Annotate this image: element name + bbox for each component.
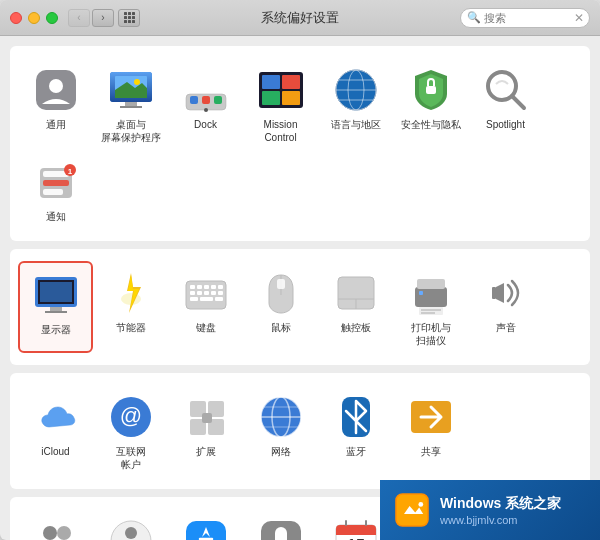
users-icon — [32, 517, 80, 540]
svg-rect-67 — [492, 287, 496, 299]
svg-point-86 — [125, 527, 137, 539]
traffic-lights — [10, 12, 58, 24]
watermark-url: www.bjjmlv.com — [440, 514, 561, 526]
svg-rect-25 — [426, 86, 436, 94]
notifications-label: 通知 — [46, 210, 66, 223]
sharing-icon — [407, 393, 455, 441]
svg-rect-65 — [421, 309, 441, 311]
pref-energy[interactable]: 节能器 — [93, 261, 168, 353]
pref-dock[interactable]: Dock — [168, 58, 243, 150]
svg-rect-17 — [262, 91, 280, 105]
svg-rect-62 — [419, 291, 423, 295]
dock-icon — [182, 66, 230, 114]
pref-internet[interactable]: @ 互联网帐户 — [93, 385, 168, 477]
svg-rect-44 — [197, 285, 202, 289]
pref-security[interactable]: 安全性与隐私 — [393, 58, 468, 150]
mission-label: MissionControl — [264, 118, 298, 144]
pref-icloud[interactable]: iCloud — [18, 385, 93, 477]
svg-rect-39 — [45, 311, 67, 313]
pref-users[interactable]: 用户与群组 — [18, 509, 93, 540]
icloud-label: iCloud — [41, 445, 69, 458]
desktop-label: 桌面与屏幕保护程序 — [101, 118, 161, 144]
pref-extensions[interactable]: 扩展 — [168, 385, 243, 477]
svg-point-84 — [57, 526, 71, 540]
pref-dictation[interactable]: 听写与语音 — [243, 509, 318, 540]
svg-rect-16 — [282, 75, 300, 89]
svg-rect-31 — [43, 180, 69, 186]
svg-point-131 — [418, 502, 423, 507]
internet-icon: @ — [107, 393, 155, 441]
search-bar[interactable]: 🔍 ✕ — [460, 8, 590, 28]
svg-rect-53 — [190, 297, 198, 301]
watermark: Windows 系统之家 www.bjjmlv.com — [380, 480, 600, 540]
pref-displays[interactable]: 显示器 — [18, 261, 93, 353]
security-icon — [407, 66, 455, 114]
spotlight-label: Spotlight — [486, 118, 525, 131]
pref-printer[interactable]: 打印机与扫描仪 — [393, 261, 468, 353]
pref-trackpad[interactable]: 触控板 — [318, 261, 393, 353]
section-hardware: 显示器 节能器 — [10, 249, 590, 365]
close-button[interactable] — [10, 12, 22, 24]
grid-view-button[interactable] — [118, 9, 140, 27]
svg-rect-54 — [200, 297, 213, 301]
search-input[interactable] — [484, 12, 574, 24]
svg-rect-7 — [120, 106, 142, 108]
icloud-icon — [32, 393, 80, 441]
general-label: 通用 — [46, 118, 66, 131]
mouse-label: 鼠标 — [271, 321, 291, 334]
svg-rect-6 — [125, 102, 137, 106]
extensions-icon — [182, 393, 230, 441]
search-icon: 🔍 — [467, 11, 481, 24]
svg-rect-48 — [190, 291, 195, 295]
pref-keyboard[interactable]: 键盘 — [168, 261, 243, 353]
svg-rect-74 — [202, 413, 212, 423]
trackpad-label: 触控板 — [341, 321, 371, 334]
pref-spotlight[interactable]: Spotlight — [468, 58, 543, 150]
svg-text:1: 1 — [67, 167, 72, 176]
displays-label: 显示器 — [41, 323, 71, 336]
internet-label: 互联网帐户 — [116, 445, 146, 471]
svg-rect-46 — [211, 285, 216, 289]
back-button[interactable]: ‹ — [68, 9, 90, 27]
notifications-icon: 1 — [32, 158, 80, 206]
mission-icon — [257, 66, 305, 114]
watermark-text-container: Windows 系统之家 www.bjjmlv.com — [440, 494, 561, 526]
sound-icon — [482, 269, 530, 317]
svg-rect-63 — [417, 279, 445, 289]
svg-rect-47 — [218, 285, 223, 289]
svg-rect-37 — [40, 282, 72, 302]
network-label: 网络 — [271, 445, 291, 458]
pref-appstore[interactable]: App Store — [168, 509, 243, 540]
pref-desktop[interactable]: 桌面与屏幕保护程序 — [93, 58, 168, 150]
window-title: 系统偏好设置 — [261, 9, 339, 27]
svg-rect-57 — [277, 279, 285, 289]
svg-rect-49 — [197, 291, 202, 295]
parental-icon — [107, 517, 155, 540]
pref-parental[interactable]: 家长控制 — [93, 509, 168, 540]
maximize-button[interactable] — [46, 12, 58, 24]
svg-rect-50 — [204, 291, 209, 295]
pref-mouse[interactable]: 鼠标 — [243, 261, 318, 353]
pref-notifications[interactable]: 1 通知 — [18, 150, 93, 229]
appstore-icon — [182, 517, 230, 540]
svg-rect-32 — [43, 189, 63, 195]
forward-button[interactable]: › — [92, 9, 114, 27]
pref-sound[interactable]: 声音 — [468, 261, 543, 353]
svg-point-83 — [43, 526, 57, 540]
search-clear-button[interactable]: ✕ — [574, 11, 584, 25]
pref-bluetooth[interactable]: 蓝牙 — [318, 385, 393, 477]
general-icon — [32, 66, 80, 114]
minimize-button[interactable] — [28, 12, 40, 24]
pref-network[interactable]: 网络 — [243, 385, 318, 477]
language-label: 语言与地区 — [331, 118, 381, 131]
svg-point-1 — [49, 79, 63, 93]
svg-point-5 — [134, 79, 140, 85]
pref-language[interactable]: 语言与地区 — [318, 58, 393, 150]
dock-label: Dock — [194, 118, 217, 131]
language-icon — [332, 66, 380, 114]
pref-sharing[interactable]: 共享 — [393, 385, 468, 477]
displays-icon — [32, 271, 80, 319]
pref-mission[interactable]: MissionControl — [243, 58, 318, 150]
pref-general[interactable]: 通用 — [18, 58, 93, 150]
svg-rect-38 — [50, 307, 62, 311]
